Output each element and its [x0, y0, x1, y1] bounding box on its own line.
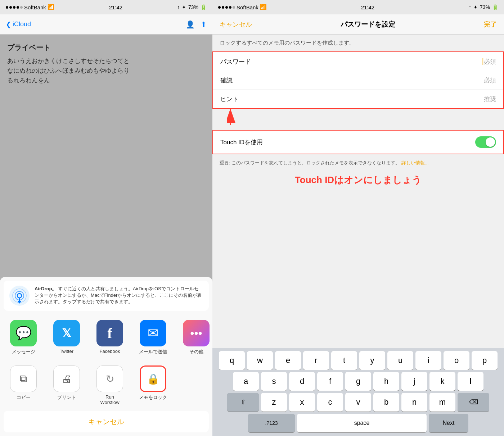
space-key[interactable]: space	[297, 414, 427, 432]
lock-icon: 🔒	[140, 365, 166, 392]
hint-field-row[interactable]: ヒント 推奨	[213, 90, 503, 108]
print-label: プリント	[57, 394, 76, 401]
airdrop-desc: すぐに近くの人と共有しましょう。AirDropをiOSでコントロールセンターから…	[35, 286, 202, 304]
app-facebook[interactable]: f Facebook	[90, 320, 130, 355]
app-mail[interactable]: ✉ メールで送信	[133, 320, 173, 355]
facebook-icon: f	[96, 320, 123, 346]
key-c[interactable]: c	[317, 393, 343, 412]
numbers-key[interactable]: .?123	[248, 414, 295, 432]
right-battery-percent: 73%	[480, 4, 490, 10]
action-workflow[interactable]: ↻ RunWorkflow	[90, 365, 130, 405]
key-u[interactable]: u	[387, 351, 413, 370]
cancel-nav-button[interactable]: キャンセル	[220, 20, 252, 29]
battery-icon: 🔋	[201, 4, 207, 10]
lock-label: メモをロック	[139, 394, 167, 401]
password-field-row[interactable]: パスワード |必須	[213, 52, 503, 71]
key-r[interactable]: r	[303, 351, 329, 370]
password-fields: パスワード |必須 確認 必須 ヒント 推奨	[212, 51, 504, 109]
key-e[interactable]: e	[275, 351, 301, 370]
airdrop-icon	[9, 286, 30, 306]
key-g[interactable]: g	[345, 372, 371, 391]
touchid-toggle[interactable]	[475, 136, 496, 148]
wifi-icon: 📶	[48, 4, 54, 10]
hint-value: 推奨	[484, 95, 496, 103]
workflow-icon: ↻	[96, 365, 123, 392]
right-bluetooth-icon: ✦	[473, 4, 478, 10]
key-w[interactable]: w	[247, 351, 273, 370]
key-o[interactable]: o	[444, 351, 469, 370]
more-label: その他	[189, 349, 203, 355]
touch-id-instruction: Touch IDはオンにしましょう	[212, 170, 504, 188]
right-carrier-name: SoftBank	[237, 4, 258, 10]
back-button[interactable]: ❮ iCloud	[6, 21, 31, 28]
key-f[interactable]: f	[317, 372, 343, 391]
touchid-label: Touch IDを使用	[220, 138, 475, 146]
password-label: パスワード	[220, 58, 482, 66]
cancel-button[interactable]: キャンセル	[4, 411, 209, 432]
key-y[interactable]: y	[359, 351, 385, 370]
dot5	[20, 6, 23, 9]
signal-dots	[6, 6, 23, 9]
action-copy[interactable]: ⧉ コピー	[4, 365, 43, 405]
divider1	[4, 314, 209, 314]
key-p[interactable]: p	[472, 351, 498, 370]
backspace-key[interactable]: ⌫	[458, 393, 489, 412]
carrier-name: SoftBank	[24, 4, 46, 10]
next-key[interactable]: Next	[429, 414, 468, 432]
confirm-label: 確認	[220, 76, 484, 85]
battery-percent: 73%	[188, 4, 198, 10]
copy-icon: ⧉	[10, 365, 37, 392]
twitter-label: Twitter	[60, 349, 73, 354]
warning-link[interactable]: 詳しい情報...	[401, 160, 429, 165]
key-b[interactable]: b	[373, 393, 399, 412]
key-l[interactable]: l	[458, 372, 483, 391]
key-h[interactable]: h	[373, 372, 399, 391]
keyboard: q w e r t y u i o p a s d f g h j k l ⇧ …	[212, 348, 504, 436]
key-v[interactable]: v	[345, 393, 371, 412]
key-n[interactable]: n	[401, 393, 427, 412]
r-dot5	[233, 6, 235, 9]
twitter-icon: 𝕏	[53, 320, 80, 346]
r-dot1	[218, 6, 221, 9]
mail-label: メールで送信	[139, 349, 167, 355]
key-q[interactable]: q	[219, 351, 245, 370]
dot3	[13, 6, 15, 9]
right-nav-title: パスワードを設定	[341, 20, 395, 29]
key-a[interactable]: a	[233, 372, 259, 391]
action-lock[interactable]: 🔒 メモをロック	[133, 365, 173, 405]
right-status-right: ↑ ✦ 73% 🔋	[469, 4, 498, 10]
key-x[interactable]: x	[289, 393, 315, 412]
person-add-icon[interactable]: 👤	[186, 20, 195, 29]
key-d[interactable]: d	[289, 372, 315, 391]
keyboard-row-2: a s d f g h j k l	[214, 372, 503, 391]
share-icon[interactable]: ⬆	[201, 20, 207, 29]
app-messages[interactable]: 💬 メッセージ	[4, 320, 43, 355]
key-k[interactable]: k	[429, 372, 455, 391]
right-status-bar: SoftBank 📶 21:42 ↑ ✦ 73% 🔋	[212, 0, 504, 14]
confirm-field-row[interactable]: 確認 必須	[213, 71, 503, 90]
r-dot3	[225, 6, 228, 9]
right-time-display: 21:42	[361, 4, 375, 10]
key-z[interactable]: z	[261, 393, 287, 412]
app-more[interactable]: ••• その他	[176, 320, 212, 355]
right-wifi-icon: 📶	[260, 4, 267, 10]
right-nav-bar: キャンセル パスワードを設定 完了	[212, 14, 504, 35]
shift-key[interactable]: ⇧	[227, 393, 259, 412]
key-j[interactable]: j	[401, 372, 427, 391]
mail-icon: ✉	[140, 320, 166, 346]
facebook-label: Facebook	[99, 349, 120, 354]
action-print[interactable]: 🖨 プリント	[47, 365, 86, 405]
more-icon: •••	[183, 320, 210, 346]
app-twitter[interactable]: 𝕏 Twitter	[47, 320, 86, 355]
share-sheet: AirDrop。 すぐに近くの人と共有しましょう。AirDropをiOSでコント…	[0, 277, 212, 436]
r-dot4	[229, 6, 231, 9]
key-m[interactable]: m	[429, 393, 455, 412]
done-nav-button[interactable]: 完了	[484, 20, 497, 29]
key-t[interactable]: t	[331, 351, 357, 370]
back-label: iCloud	[13, 21, 31, 28]
key-i[interactable]: i	[415, 351, 441, 370]
print-icon: 🖨	[53, 365, 80, 392]
key-s[interactable]: s	[261, 372, 287, 391]
left-nav-bar: ❮ iCloud 👤 ⬆	[0, 14, 212, 35]
divider2	[4, 361, 209, 361]
